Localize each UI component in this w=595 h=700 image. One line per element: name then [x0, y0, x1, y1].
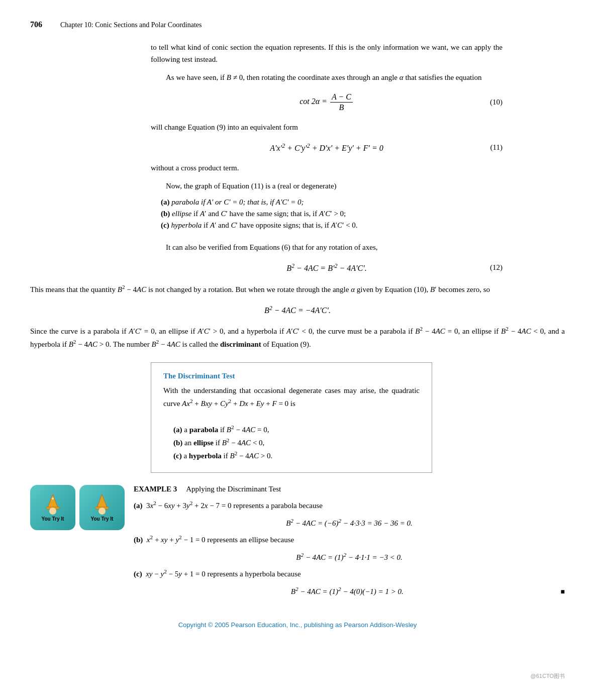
wizard-figure-icon-1	[40, 493, 65, 516]
since-curve-text: Since the curve is a parabola if A′C′ = …	[30, 324, 565, 350]
you-try-it-icons: You Try It You Try It	[30, 485, 125, 530]
content-area: to tell what kind of conic section the e…	[151, 41, 503, 273]
svg-marker-4	[97, 494, 107, 508]
page-header: 706 Chapter 10: Conic Sections and Polar…	[30, 20, 565, 29]
item-b-text: ellipse if A′ and C′ have the same sign;…	[172, 210, 346, 218]
part-a-equation: B2 − 4AC = (−6)2 − 4·3·3 = 36 − 36 = 0.	[134, 518, 565, 528]
copyright-text: Copyright © 2005 Pearson Education, Inc.…	[178, 621, 417, 629]
svg-point-6	[98, 508, 106, 515]
list-item-a: (a) parabola if A′ or C′ = 0; that is, i…	[161, 198, 503, 207]
svg-marker-0	[48, 494, 58, 508]
example-content: EXAMPLE 3 Applying the Discriminant Test…	[134, 485, 565, 601]
part-b-text: (b) x2 + xy + y2 − 1 = 0 represents an e…	[134, 533, 565, 546]
page-number: 706	[30, 20, 55, 29]
equation-b2: B2 − 4AC = −4A′C′.	[30, 305, 565, 315]
example-part-b: (b) x2 + xy + y2 − 1 = 0 represents an e…	[134, 533, 565, 562]
eq10-number: (10)	[490, 98, 503, 107]
eq12-number: (12)	[490, 263, 503, 272]
item-c-label: (c)	[161, 221, 169, 229]
example-label: EXAMPLE 3	[134, 485, 177, 493]
example-header: EXAMPLE 3 Applying the Discriminant Test	[134, 485, 565, 493]
eq12-content: B2 − 4AC = B′2 − 4A′C′.	[286, 262, 366, 273]
you-try-it-icon-1: You Try It	[30, 485, 75, 530]
eq-b2-content: B2 − 4AC = −4A′C′.	[264, 305, 331, 315]
wizard-figure-icon-2	[89, 493, 115, 516]
part-c-text: (c) xy − y2 − 5y + 1 = 0 represents a hy…	[134, 567, 565, 580]
item-b-label: (b)	[161, 210, 170, 218]
equation-12: B2 − 4AC = B′2 − 4A′C′. (12)	[151, 262, 503, 273]
discriminant-title: The Discriminant Test	[163, 372, 420, 380]
intro-paragraph: to tell what kind of conic section the e…	[151, 41, 503, 65]
part-c-equation: B2 − 4AC = (1)2 − 4(0)(−1) = 1 > 0. ■	[134, 586, 565, 596]
chapter-title: Chapter 10: Conic Sections and Polar Coo…	[60, 21, 202, 29]
you-try-it-label-2: You Try It	[91, 516, 114, 522]
full-width-section: This means that the quantity B2 − 4AC is…	[30, 282, 565, 350]
this-means-text: This means that the quantity B2 − 4AC is…	[30, 282, 565, 295]
item-a-label: (a)	[161, 198, 170, 206]
end-square: ■	[561, 588, 565, 596]
eq10-content: cot 2α = A − C B	[300, 92, 354, 112]
without-cross: without a cross product term.	[151, 162, 503, 174]
you-try-it-icon-2: You Try It	[79, 485, 125, 530]
discriminant-intro: With the understanding that occasional d…	[163, 384, 420, 410]
example-part-c: (c) xy − y2 − 5y + 1 = 0 represents a hy…	[134, 567, 565, 596]
svg-point-3	[49, 508, 56, 515]
equation-10: cot 2α = A − C B (10)	[151, 92, 503, 112]
discriminant-box: The Discriminant Test With the understan…	[151, 362, 432, 473]
example-part-a: (a) 3x2 − 6xy + 3y2 + 2x − 7 = 0 represe…	[134, 498, 565, 528]
page: 706 Chapter 10: Conic Sections and Polar…	[0, 0, 595, 700]
part-b-equation: B2 − 4AC = (1)2 − 4·1·1 = −3 < 0.	[134, 552, 565, 562]
you-try-it-label-1: You Try It	[42, 516, 64, 522]
page-footer: Copyright © 2005 Pearson Education, Inc.…	[30, 616, 565, 629]
watermark: @61CTO图书	[531, 672, 565, 680]
eq11-content: A′x′2 + C′y′2 + D′x′ + E′y′ + F′ = 0	[270, 142, 383, 153]
disc-item-c: (c) a hyperbola if B2 − 4AC > 0.	[173, 450, 420, 460]
it-can-text: It can also be verified from Equations (…	[151, 241, 503, 253]
part-a-text: (a) 3x2 − 6xy + 3y2 + 2x − 7 = 0 represe…	[134, 498, 565, 512]
item-a-text: parabola if A′ or C′ = 0; that is, if A′…	[171, 198, 304, 206]
item-c-text: hyperbola if A′ and C′ have opposite sig…	[171, 221, 357, 229]
disc-item-b: (b) an ellipse if B2 − 4AC < 0,	[173, 437, 420, 447]
disc-item-a: (a) a parabola if B2 − 4AC = 0,	[173, 424, 420, 434]
will-change-text: will change Equation (9) into an equival…	[151, 121, 503, 133]
equation-11: A′x′2 + C′y′2 + D′x′ + E′y′ + F′ = 0 (11…	[151, 142, 503, 153]
now-graph: Now, the graph of Equation (11) is a (re…	[151, 180, 503, 192]
list-item-c: (c) hyperbola if A′ and C′ have opposite…	[161, 221, 503, 230]
eq11-number: (11)	[490, 143, 503, 152]
example-title: Applying the Discriminant Test	[186, 485, 281, 493]
example-section: You Try It You Try It EXAMPLE 3 Applying…	[30, 485, 565, 601]
intro-paragraph-2: As we have seen, if B ≠ 0, then rotating…	[151, 71, 503, 83]
list-item-b: (b) ellipse if A′ and C′ have the same s…	[161, 210, 503, 218]
